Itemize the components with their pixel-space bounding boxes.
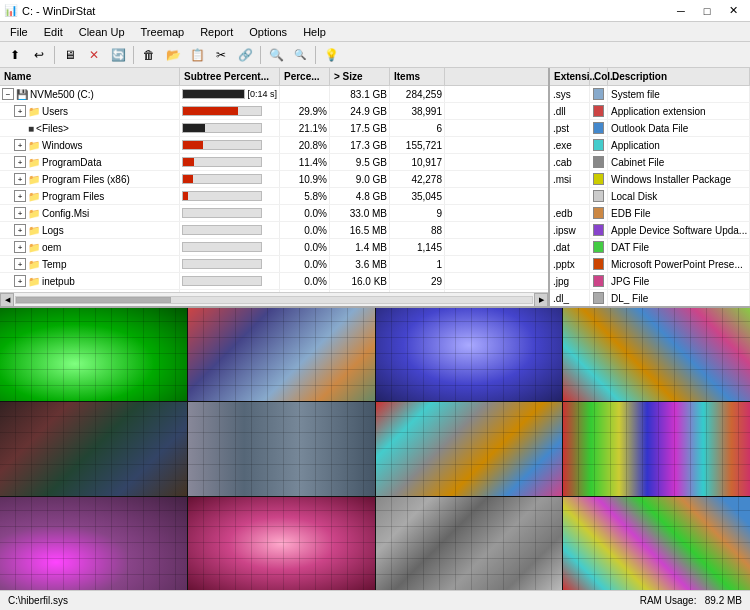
menu-file[interactable]: File	[2, 24, 36, 40]
list-item[interactable]: .cab Cabinet File	[550, 154, 750, 171]
table-row[interactable]: ■ <Files> 21.1% 17.5 GB 6	[0, 120, 548, 137]
menu-edit[interactable]: Edit	[36, 24, 71, 40]
table-row[interactable]: + 📁 Program Files (x86) 10.9% 9.0 GB 42,…	[0, 171, 548, 188]
col-color[interactable]: Col...	[590, 68, 608, 85]
col-items[interactable]: Items	[390, 68, 445, 85]
expand-icon[interactable]: +	[14, 241, 26, 253]
col-pct[interactable]: Perce...	[280, 68, 330, 85]
toolbar-treemap-help[interactable]: 💡	[320, 45, 342, 65]
cell-subtree	[180, 137, 280, 153]
expand-icon[interactable]: +	[14, 105, 26, 117]
list-item[interactable]: .msi Windows Installer Package	[550, 171, 750, 188]
expand-icon[interactable]: +	[14, 173, 26, 185]
titlebar-controls[interactable]: ─ □ ✕	[668, 2, 746, 20]
toolbar-refresh[interactable]: 🔄	[107, 45, 129, 65]
list-item[interactable]: .dl_ DL_ File	[550, 290, 750, 306]
toolbar-cancel[interactable]: ✕	[83, 45, 105, 65]
table-row[interactable]: + 📁 Temp 0.0% 3.6 MB 1	[0, 256, 548, 273]
toolbar-zoom-out[interactable]: 🔍	[289, 45, 311, 65]
list-item[interactable]: .ipsw Apple Device Software Upda...	[550, 222, 750, 239]
treemap-cell[interactable]	[188, 497, 375, 590]
toolbar-cleanup1[interactable]: 🗑	[138, 45, 160, 65]
table-row[interactable]: + 📁 Program Files 5.8% 4.8 GB 35,045	[0, 188, 548, 205]
list-item[interactable]: .dll Application extension	[550, 103, 750, 120]
cell-name: + 📁 Config.Msi	[0, 205, 180, 221]
list-item[interactable]: Local Disk	[550, 188, 750, 205]
ext-color	[590, 86, 608, 102]
ext-ext: .pptx	[550, 256, 590, 272]
scroll-left-btn[interactable]: ◀	[0, 293, 14, 307]
list-item[interactable]: .jpg JPG File	[550, 273, 750, 290]
expand-icon[interactable]: +	[14, 139, 26, 151]
col-name[interactable]: Name	[0, 68, 180, 85]
expand-icon[interactable]: +	[14, 275, 26, 287]
horizontal-scrollbar[interactable]: ◀ ▶	[0, 292, 548, 306]
toolbar-undo[interactable]: ↩	[28, 45, 50, 65]
table-row[interactable]: + 📁 ProgramData 11.4% 9.5 GB 10,917	[0, 154, 548, 171]
table-row[interactable]: + 📁 oem 0.0% 1.4 MB 1,145	[0, 239, 548, 256]
cell-name: + 📁 Temp	[0, 256, 180, 272]
treemap[interactable]	[0, 308, 750, 590]
treemap-cell[interactable]	[563, 308, 750, 401]
cell-size: 33.0 MB	[330, 205, 390, 221]
treemap-cell[interactable]	[376, 402, 563, 495]
scroll-thumb[interactable]	[16, 297, 171, 303]
col-subtree[interactable]: Subtree Percent...	[180, 68, 280, 85]
treemap-cell[interactable]	[376, 308, 563, 401]
file-tree-body[interactable]: − 💾 NVMe500 (C:) [0:14 s] 83.1 GB 284,25…	[0, 86, 548, 292]
toolbar-cleanup4[interactable]: ✂	[210, 45, 232, 65]
expand-icon[interactable]: +	[14, 190, 26, 202]
table-row[interactable]: − 💾 NVMe500 (C:) [0:14 s] 83.1 GB 284,25…	[0, 86, 548, 103]
menu-help[interactable]: Help	[295, 24, 334, 40]
list-item[interactable]: .pptx Microsoft PowerPoint Prese...	[550, 256, 750, 273]
toolbar-cleanup3[interactable]: 📋	[186, 45, 208, 65]
list-item[interactable]: .edb EDB File	[550, 205, 750, 222]
close-button[interactable]: ✕	[720, 2, 746, 20]
expand-icon[interactable]: +	[14, 258, 26, 270]
treemap-cell[interactable]	[188, 402, 375, 495]
treemap-cell[interactable]	[376, 497, 563, 590]
cell-size: 17.5 GB	[330, 120, 390, 136]
cell-items: 9	[390, 205, 445, 221]
list-item[interactable]: .sys System file	[550, 86, 750, 103]
cell-subtree	[180, 239, 280, 255]
list-item[interactable]: .dat DAT File	[550, 239, 750, 256]
list-item[interactable]: .exe Application	[550, 137, 750, 154]
list-item[interactable]: .pst Outlook Data File	[550, 120, 750, 137]
menu-options[interactable]: Options	[241, 24, 295, 40]
table-row[interactable]: + 📁 inetpub 0.0% 16.0 KB 29	[0, 273, 548, 290]
expand-icon[interactable]: +	[14, 156, 26, 168]
scroll-track[interactable]	[15, 296, 533, 304]
ext-desc: Microsoft PowerPoint Prese...	[608, 256, 750, 272]
toolbar-zoom-in[interactable]: 🔍	[265, 45, 287, 65]
menu-treemap[interactable]: Treemap	[133, 24, 193, 40]
menu-report[interactable]: Report	[192, 24, 241, 40]
maximize-button[interactable]: □	[694, 2, 720, 20]
table-row[interactable]: + 📁 Users 29.9% 24.9 GB 38,991	[0, 103, 548, 120]
col-size[interactable]: > Size	[330, 68, 390, 85]
ext-desc: Apple Device Software Upda...	[608, 222, 750, 238]
toolbar-sep1	[54, 46, 55, 64]
treemap-cell[interactable]	[563, 497, 750, 590]
table-row[interactable]: + 📁 Windows 20.8% 17.3 GB 155,721	[0, 137, 548, 154]
menu-cleanup[interactable]: Clean Up	[71, 24, 133, 40]
treemap-cell[interactable]	[563, 402, 750, 495]
toolbar-cleanup5[interactable]: 🔗	[234, 45, 256, 65]
treemap-cell[interactable]	[0, 308, 187, 401]
col-ext[interactable]: Extensi...	[550, 68, 590, 85]
expand-icon[interactable]: +	[14, 224, 26, 236]
toolbar-cleanup2[interactable]: 📂	[162, 45, 184, 65]
col-desc[interactable]: Description	[608, 68, 750, 85]
treemap-cell[interactable]	[188, 308, 375, 401]
ext-list-body[interactable]: .sys System file .dll Application extens…	[550, 86, 750, 306]
table-row[interactable]: + 📁 Logs 0.0% 16.5 MB 88	[0, 222, 548, 239]
scroll-right-btn[interactable]: ▶	[534, 293, 548, 307]
treemap-cell[interactable]	[0, 497, 187, 590]
treemap-cell[interactable]	[0, 402, 187, 495]
toolbar-back[interactable]: ⬆	[4, 45, 26, 65]
expand-icon[interactable]: +	[14, 207, 26, 219]
toolbar-scan[interactable]: 🖥	[59, 45, 81, 65]
table-row[interactable]: + 📁 Config.Msi 0.0% 33.0 MB 9	[0, 205, 548, 222]
minimize-button[interactable]: ─	[668, 2, 694, 20]
expand-icon[interactable]: −	[2, 88, 14, 100]
